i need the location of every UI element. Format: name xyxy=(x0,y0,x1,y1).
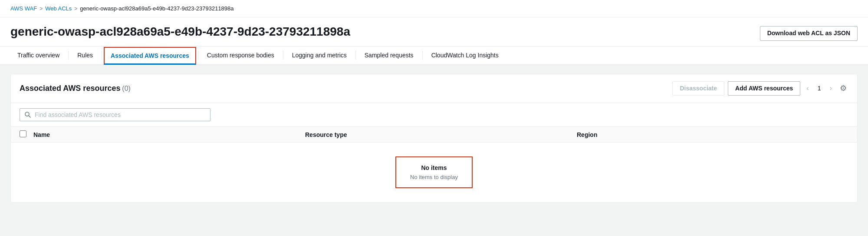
tab-sep-6 xyxy=(422,51,423,60)
pagination-area: ‹ 1 › ⚙ xyxy=(804,82,848,95)
page-title: generic-owasp-acl928a69a5-e49b-4237-9d23… xyxy=(10,24,350,46)
svg-line-1 xyxy=(29,116,31,118)
disassociate-button: Disassociate xyxy=(672,81,724,96)
search-icon xyxy=(24,111,31,118)
empty-state-title: No items xyxy=(421,164,447,171)
pagination-next-icon: › xyxy=(827,83,835,94)
breadcrumb-sep-1: > xyxy=(39,6,43,12)
breadcrumb: AWS WAF > Web ACLs > generic-owasp-acl92… xyxy=(0,0,868,17)
header-actions: Download web ACL as JSON xyxy=(760,24,858,41)
page-wrapper: AWS WAF > Web ACLs > generic-owasp-acl92… xyxy=(0,0,868,211)
table-header-name: Name xyxy=(33,131,305,138)
tab-sampled-requests[interactable]: Sampled requests xyxy=(358,47,421,65)
table-header-checkbox-col xyxy=(20,130,33,139)
page-header: generic-owasp-acl928a69a5-e49b-4237-9d23… xyxy=(0,17,868,47)
tab-sep-5 xyxy=(355,51,356,60)
panel-header: Associated AWS resources (0) Disassociat… xyxy=(11,74,857,103)
search-input[interactable] xyxy=(35,111,206,118)
download-json-button[interactable]: Download web ACL as JSON xyxy=(760,26,858,41)
tab-sep-4 xyxy=(283,51,283,60)
breadcrumb-sep-2: > xyxy=(74,6,77,12)
pagination-prev-icon: ‹ xyxy=(804,83,811,94)
tab-custom-response-bodies[interactable]: Custom response bodies xyxy=(200,47,281,65)
tab-sep-2 xyxy=(102,51,102,60)
tab-associated-aws-resources[interactable]: Associated AWS resources xyxy=(104,47,196,65)
pagination-gear-icon[interactable]: ⚙ xyxy=(838,82,848,95)
breadcrumb-current: generic-owasp-acl928a69a5-e49b-4237-9d23… xyxy=(80,5,233,12)
add-aws-resources-button[interactable]: Add AWS resources xyxy=(728,81,800,96)
breadcrumb-web-acls[interactable]: Web ACLs xyxy=(45,5,72,12)
empty-state: No items No items to display xyxy=(395,156,473,188)
table-wrapper: Name Resource type Region No items No it… xyxy=(11,127,857,202)
panel-title: Associated AWS resources xyxy=(20,84,120,93)
svg-point-0 xyxy=(25,112,29,116)
select-all-checkbox[interactable] xyxy=(20,130,26,137)
tab-traffic-overview[interactable]: Traffic overview xyxy=(10,47,66,65)
content-panel: Associated AWS resources (0) Disassociat… xyxy=(10,74,858,203)
panel-title-area: Associated AWS resources (0) xyxy=(20,84,131,93)
pagination-current: 1 xyxy=(815,85,824,92)
breadcrumb-aws-waf[interactable]: AWS WAF xyxy=(10,5,37,12)
empty-state-desc: No items to display xyxy=(410,174,458,180)
tabs-bar: Traffic overview Rules Associated AWS re… xyxy=(0,47,868,65)
table-header-resource-type: Resource type xyxy=(305,131,577,138)
search-bar xyxy=(11,103,857,127)
tab-rules[interactable]: Rules xyxy=(70,47,100,65)
tab-sep-1 xyxy=(68,51,69,60)
tab-cloudwatch-log-insights[interactable]: CloudWatch Log Insights xyxy=(424,47,506,65)
tab-logging-metrics[interactable]: Logging and metrics xyxy=(285,47,354,65)
main-content: Associated AWS resources (0) Disassociat… xyxy=(0,65,868,212)
table-header-region: Region xyxy=(577,131,848,138)
panel-count: (0) xyxy=(122,85,131,92)
tab-sep-3 xyxy=(198,51,198,60)
table-header-row: Name Resource type Region xyxy=(11,127,857,143)
panel-actions: Disassociate Add AWS resources ‹ 1 › ⚙ xyxy=(672,81,848,96)
search-input-wrapper[interactable] xyxy=(20,108,210,121)
table-body: No items No items to display xyxy=(11,143,857,202)
